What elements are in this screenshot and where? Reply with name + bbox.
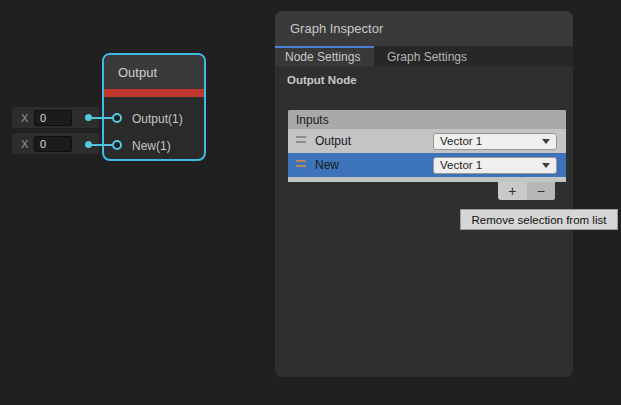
add-input-button[interactable]: + xyxy=(498,182,527,200)
tooltip: Remove selection from list xyxy=(460,209,618,230)
input-port-icon-new[interactable] xyxy=(112,140,122,150)
node-color-bar xyxy=(104,89,204,97)
node-title-bar[interactable]: Output xyxy=(104,55,204,89)
edge-new[interactable] xyxy=(88,144,115,146)
tab-graph-settings-label: Graph Settings xyxy=(387,50,467,64)
row-label: New xyxy=(315,158,339,172)
type-dropdown-value: Vector 1 xyxy=(440,159,482,171)
connector-dot-icon[interactable] xyxy=(85,114,92,121)
section-title: Output Node xyxy=(287,74,357,86)
drag-handle-icon[interactable] xyxy=(296,160,306,170)
inspector-title: Graph Inspector xyxy=(290,21,383,36)
connector-dot-icon[interactable] xyxy=(85,141,92,148)
graph-inspector-panel: Graph Inspector Node Settings Graph Sett… xyxy=(275,11,573,377)
port-label-new: New(1) xyxy=(132,139,171,153)
inputs-reorderable-list: Inputs Output Vector 1 New Vector 1 xyxy=(288,110,566,182)
inputs-header-label: Inputs xyxy=(296,113,329,127)
input-port-icon-output[interactable] xyxy=(112,113,122,123)
remove-input-button[interactable]: − xyxy=(527,182,556,200)
inspector-title-bar[interactable]: Graph Inspector xyxy=(275,11,573,46)
axis-x-label: X xyxy=(21,138,30,150)
port-label-output: Output(1) xyxy=(132,112,183,126)
type-dropdown-value: Vector 1 xyxy=(440,135,482,147)
list-row-output[interactable]: Output Vector 1 xyxy=(288,129,566,153)
chevron-down-icon xyxy=(542,139,550,144)
drag-handle-icon[interactable] xyxy=(296,136,306,146)
node-title: Output xyxy=(118,65,157,80)
x-value-field[interactable]: 0 xyxy=(34,110,72,126)
type-dropdown[interactable]: Vector 1 xyxy=(433,157,557,174)
list-row-new[interactable]: New Vector 1 xyxy=(288,153,566,177)
tab-node-settings[interactable]: Node Settings xyxy=(275,46,374,66)
chevron-down-icon xyxy=(542,163,550,168)
row-label: Output xyxy=(315,134,351,148)
inputs-list-footer: + − xyxy=(498,182,555,200)
inputs-list-header: Inputs xyxy=(288,110,566,129)
edge-output[interactable] xyxy=(88,117,115,119)
x-value-field[interactable]: 0 xyxy=(34,136,72,152)
inspector-tab-row: Node Settings Graph Settings xyxy=(275,46,573,66)
type-dropdown[interactable]: Vector 1 xyxy=(433,133,557,150)
axis-x-label: X xyxy=(21,112,30,124)
tab-graph-settings[interactable]: Graph Settings xyxy=(374,46,467,66)
tab-node-settings-label: Node Settings xyxy=(285,50,360,64)
